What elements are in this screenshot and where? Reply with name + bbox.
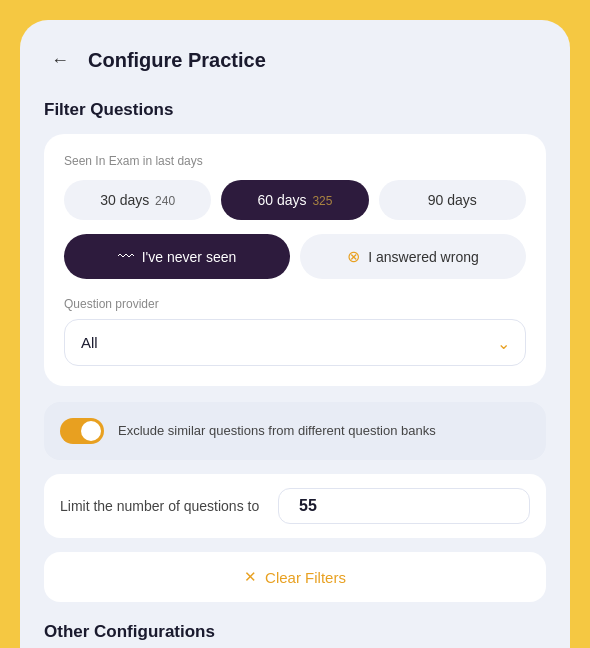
header: ← Configure Practice xyxy=(44,44,546,76)
other-config-title: Other Configurations xyxy=(44,622,546,642)
exclude-similar-toggle[interactable] xyxy=(60,418,104,444)
limit-section: Limit the number of questions to xyxy=(44,474,546,538)
toggle-section: Exclude similar questions from different… xyxy=(44,402,546,460)
day-90-button[interactable]: 90 days xyxy=(379,180,526,220)
limit-input[interactable] xyxy=(278,488,530,524)
limit-label: Limit the number of questions to xyxy=(60,498,259,514)
days-options-group: 30 days 240 60 days 325 90 days xyxy=(64,180,526,220)
answered-wrong-label: I answered wrong xyxy=(368,249,479,265)
toggle-label: Exclude similar questions from different… xyxy=(118,422,436,440)
provider-select[interactable]: All Provider 1 Provider 2 xyxy=(64,319,526,366)
filter-questions-section: Filter Questions Seen In Exam in last da… xyxy=(44,100,546,602)
clear-filters-label: Clear Filters xyxy=(265,569,346,586)
day-60-button[interactable]: 60 days 325 xyxy=(221,180,368,220)
app-container: ← Configure Practice Filter Questions Se… xyxy=(20,20,570,648)
answered-wrong-button[interactable]: ⊗ I answered wrong xyxy=(300,234,526,279)
seen-options-group: 〰 I've never seen ⊗ I answered wrong xyxy=(64,234,526,279)
other-configurations-section: Other Configurations ⚑ Examining authori… xyxy=(44,622,546,648)
never-seen-button[interactable]: 〰 I've never seen xyxy=(64,234,290,279)
eye-icon: 〰 xyxy=(118,248,134,266)
page-title: Configure Practice xyxy=(88,49,266,72)
seen-label: Seen In Exam in last days xyxy=(64,154,526,168)
day-30-button[interactable]: 30 days 240 xyxy=(64,180,211,220)
filter-section-title: Filter Questions xyxy=(44,100,546,120)
wrong-circle-icon: ⊗ xyxy=(347,247,360,266)
back-button[interactable]: ← xyxy=(44,44,76,76)
provider-label: Question provider xyxy=(64,297,526,311)
provider-select-wrapper: All Provider 1 Provider 2 ⌄ xyxy=(64,319,526,366)
filter-card: Seen In Exam in last days 30 days 240 60… xyxy=(44,134,546,386)
clear-filters-button[interactable]: ✕ Clear Filters xyxy=(44,552,546,602)
never-seen-label: I've never seen xyxy=(142,249,237,265)
clear-x-icon: ✕ xyxy=(244,568,257,586)
toggle-knob xyxy=(81,421,101,441)
